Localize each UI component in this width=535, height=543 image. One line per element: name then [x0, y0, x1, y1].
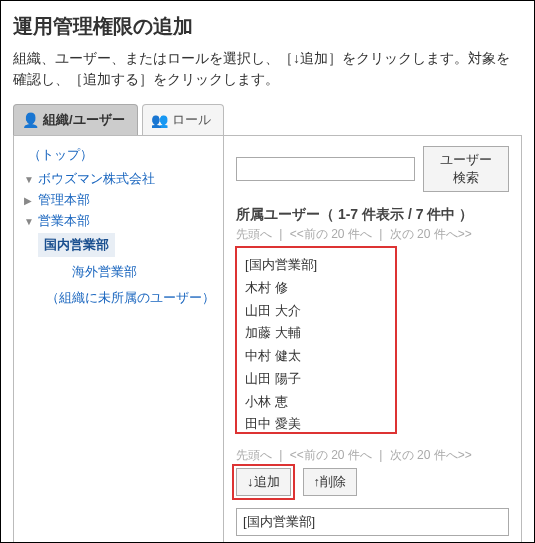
tab-role-label: ロール: [172, 111, 211, 129]
user-list-column: ユーザー検索 所属ユーザー（ 1-7 件表示 / 7 件中 ） 先頭へ | <<…: [224, 136, 521, 543]
chevron-right-icon[interactable]: ▶: [24, 195, 34, 206]
list-item[interactable]: 小林 恵: [245, 391, 387, 414]
user-icon: 👤: [22, 112, 39, 128]
user-listbox[interactable]: [国内営業部] 木村 修 山田 大介 加藤 大輔 中村 健太 山田 陽子 小林 …: [236, 247, 396, 433]
tree-overseas[interactable]: 海外営業部: [72, 263, 215, 281]
chevron-down-icon[interactable]: ▼: [24, 174, 34, 185]
pager-sep: |: [279, 227, 282, 241]
tree-domestic-selected[interactable]: 国内営業部: [38, 233, 115, 257]
tab-org-user-label: 組織/ユーザー: [43, 111, 125, 129]
remove-button[interactable]: ↑削除: [303, 468, 358, 496]
tree-unassigned[interactable]: （組織に未所属のユーザー）: [46, 289, 215, 307]
tree-dept-admin[interactable]: 管理本部: [38, 191, 90, 209]
tree-top-link[interactable]: （トップ）: [28, 146, 215, 164]
list-item[interactable]: 加藤 大輔: [245, 322, 387, 345]
pager-first[interactable]: 先頭へ: [236, 227, 272, 241]
main-panel: （トップ） ▼ ボウズマン株式会社 ▶ 管理本部 ▼ 営業本部 国内営業部: [13, 135, 522, 543]
users-icon: 👥: [151, 112, 168, 128]
search-input[interactable]: [236, 157, 415, 181]
pager-prev[interactable]: <<前の 20 件へ: [290, 448, 372, 462]
pager-prev[interactable]: <<前の 20 件へ: [290, 227, 372, 241]
list-item[interactable]: [国内営業部]: [245, 254, 387, 277]
pager-sep: |: [379, 448, 382, 462]
tree-dept-sales[interactable]: 営業本部: [38, 212, 90, 230]
list-item[interactable]: 山田 大介: [245, 300, 387, 323]
pager-first[interactable]: 先頭へ: [236, 448, 272, 462]
tab-org-user[interactable]: 👤 組織/ユーザー: [13, 104, 138, 135]
chevron-down-icon[interactable]: ▼: [24, 216, 34, 227]
pager-next[interactable]: 次の 20 件へ>>: [390, 227, 472, 241]
tree-company[interactable]: ボウズマン株式会社: [38, 170, 155, 188]
add-button[interactable]: ↓追加: [236, 468, 291, 496]
list-title: 所属ユーザー（ 1-7 件表示 / 7 件中 ）: [236, 206, 509, 224]
pager-bottom: 先頭へ | <<前の 20 件へ | 次の 20 件へ>>: [236, 447, 509, 464]
tab-role[interactable]: 👥 ロール: [142, 104, 224, 135]
selected-box[interactable]: [国内営業部]: [236, 508, 509, 536]
pager-sep: |: [279, 448, 282, 462]
list-item[interactable]: 田中 愛美: [245, 413, 387, 433]
list-item[interactable]: 木村 修: [245, 277, 387, 300]
org-tree: （トップ） ▼ ボウズマン株式会社 ▶ 管理本部 ▼ 営業本部 国内営業部: [14, 136, 224, 543]
page-title: 運用管理権限の追加: [13, 13, 522, 40]
pager-top: 先頭へ | <<前の 20 件へ | 次の 20 件へ>>: [236, 226, 509, 243]
search-button[interactable]: ユーザー検索: [423, 146, 509, 192]
tab-bar: 👤 組織/ユーザー 👥 ロール: [13, 104, 522, 135]
page-description: 組織、ユーザー、またはロールを選択し、［↓追加］をクリックします。対象を確認し、…: [13, 48, 522, 90]
list-item[interactable]: 中村 健太: [245, 345, 387, 368]
list-item[interactable]: 山田 陽子: [245, 368, 387, 391]
pager-sep: |: [379, 227, 382, 241]
pager-next[interactable]: 次の 20 件へ>>: [390, 448, 472, 462]
